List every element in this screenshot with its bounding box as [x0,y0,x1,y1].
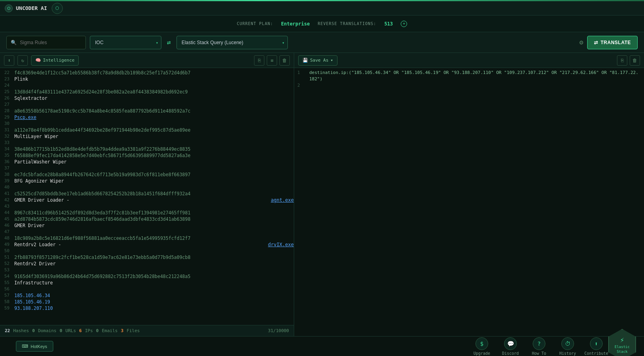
urls-count: 0 [60,328,62,333]
filter-icon-btn[interactable]: ≡ [267,55,277,66]
table-row: 38ec7dc5bfadce28b8a8944fb267642c6f713e5b… [0,171,294,178]
line-number: 58 [0,299,14,305]
table-row: 35f65888ef9fec17da4142858e5e7d40ebfc5867… [0,152,294,159]
output-line-number: 2 [297,82,309,89]
line-number: 22 [0,70,14,76]
line-number: 43 [0,203,14,210]
nav-icon[interactable]: ⬡ [52,3,63,14]
swap-icon[interactable]: ⇄ [165,39,173,46]
howto-icon: ? [533,337,545,350]
plan-label: CURRENT PLAN: [237,21,273,26]
line-content[interactable]: Pscp.exe [14,114,294,121]
table-row: 549165d4f3036919a96b86d24b64d75d692882c7… [0,273,294,280]
line-number: 27 [0,101,14,108]
line-content [14,101,294,108]
line-number: 34 [0,146,14,152]
refresh-icon-btn[interactable]: ↻ [17,55,28,66]
bottom-action-upgrade[interactable]: $ Upgrade [471,337,493,356]
left-panel-toolbar: ⬆ ↻ 🧠 Intelligence ⎘ ≡ 🗑 [0,53,294,68]
search-wrap[interactable]: 🔍 [6,36,86,49]
bottom-action-history[interactable]: ⏱ History [557,337,579,356]
table-row: 3438e486b17715b1b52ed8d8e4defdb5b79a4dde… [0,146,294,152]
bottom-action-howto[interactable]: ? How To [528,337,550,356]
table-row: 45a2d8784b5873cdc859e746d2816afbaecf8546… [0,216,294,222]
table-row: 23Plink [0,76,294,82]
elastic-hex-button[interactable]: ⚡ Elastic Stack [608,329,636,356]
translate-button[interactable]: ⇄ TRANSLATE [587,36,638,49]
table-row: 43 [0,203,294,210]
line-number: 37 [0,165,14,171]
table-row: 50 [0,248,294,254]
add-translations-button[interactable]: + [401,21,407,27]
table-row: 37 [0,165,294,171]
contribute-icon: ⬆ [590,337,603,350]
line-number: 23 [0,76,14,82]
output-line-content: destination.ip:("185.105.46.34" OR "185.… [309,70,641,82]
elastic-stack-badge[interactable]: ⚡ Elastic Stack [608,329,636,356]
line-number: 57 [0,292,14,299]
bottom-action-discord[interactable]: 💬 Discord [499,337,522,356]
settings-icon[interactable]: ⚙ [580,39,584,46]
left-panel-actions: ⎘ ≡ 🗑 [254,55,290,66]
table-row: 40 [0,184,294,191]
table-row: 33 [0,140,294,146]
elastic-icon: ⚡ [620,336,625,344]
domains-label: Domains [38,328,56,333]
contribute-label: Contribute [584,351,608,356]
table-row: 4818c989a2b8c5e16821d6ef988f56881aa0ecce… [0,235,294,241]
table-row: 57185.105.46.34 [0,292,294,299]
save-as-button[interactable]: 💾 Save As ▾ [298,55,338,66]
table-row: 56 [0,286,294,292]
table-row: 42GMER Driver Loader - agnt.exe [0,197,294,203]
target-select[interactable]: Elastic Stack Query (Lucene) [177,36,288,49]
line-number: 31 [0,127,14,133]
line-number: 36 [0,159,14,165]
line-number: 33 [0,140,14,146]
line-content: 185.105.46.19 [14,299,294,305]
inline-link[interactable]: agnt.exe [271,197,294,203]
line-number: 25 [0,89,14,95]
right-panel: 💾 Save As ▾ ⎘ 🗑 1destination.ip:("185.10… [294,53,644,336]
line-content: Rentdrv2 Driver [14,261,294,267]
line-content [14,165,294,171]
line-number: 50 [0,248,14,254]
bottom-action-contribute[interactable]: ⬆ Contribute [585,337,607,356]
app-name: UNCODER AI [16,5,47,11]
line-content [14,82,294,89]
plan-value: Enterprise [281,21,310,27]
line-number: 56 [0,286,14,292]
right-delete-btn[interactable]: 🗑 [630,55,640,66]
translate-icon: ⇄ [594,40,598,45]
ioc-select[interactable]: IOC [90,36,161,49]
inline-link[interactable]: drvIX.exe [268,241,294,248]
line-content: BFG Agonizer Wiper [14,178,294,184]
elastic-line2: Stack [617,350,627,354]
logo-icon: ⬡ [5,4,13,12]
line-content: GMER Driver [14,222,294,229]
line-content [14,203,294,210]
right-panel-actions: ⎘ 🗑 [617,55,640,66]
ioc-select-wrap[interactable]: IOC ▾ [90,36,161,49]
intelligence-button[interactable]: 🧠 Intelligence [31,55,79,66]
table-row: 46GMER Driver [0,222,294,229]
table-row: 2513d8d4f4fa483111e4372a6925d24e28f3be08… [0,89,294,95]
line-number: 30 [0,121,14,127]
search-input[interactable] [20,40,81,45]
upgrade-label: Upgrade [473,351,490,356]
files-count: 3 [121,328,124,333]
line-content: PartialWasher Wiper [14,159,294,165]
history-label: History [559,351,576,356]
right-copy-btn[interactable]: ⎘ [617,55,627,66]
line-number: 54 [0,273,14,280]
hotkeys-button[interactable]: ⌨ HotKeys [16,341,53,352]
table-row: 26Sqlextractor [0,95,294,101]
line-number: 48 [0,235,14,241]
delete-icon-btn[interactable]: 🗑 [279,55,290,66]
line-number: 29 [0,114,14,121]
line-number: 53 [0,267,14,273]
target-select-wrap[interactable]: Elastic Stack Query (Lucene) ▾ [177,36,288,49]
copy-icon-btn[interactable]: ⎘ [254,55,264,66]
table-row: 512fb88793f8571289c2fcf1be528ca1d59e7ac6… [0,254,294,261]
line-content [14,267,294,273]
upload-icon-btn[interactable]: ⬆ [4,55,14,66]
